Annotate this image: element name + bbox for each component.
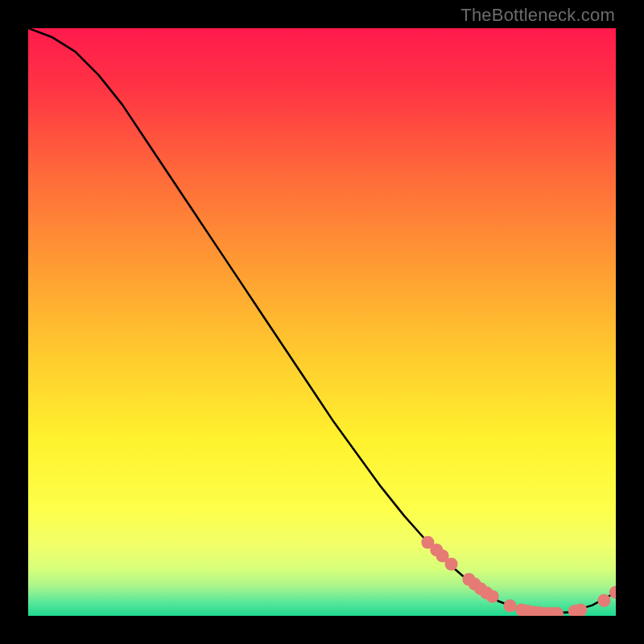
curve-marker xyxy=(486,590,499,603)
watermark-text: TheBottleneck.com xyxy=(460,5,615,26)
curve-line xyxy=(28,28,616,613)
curve-marker xyxy=(609,586,616,599)
plot-area xyxy=(28,28,616,616)
bottleneck-curve xyxy=(28,28,616,616)
curve-marker xyxy=(504,600,517,613)
curve-marker xyxy=(445,558,458,571)
curve-markers xyxy=(421,536,616,616)
curve-marker xyxy=(597,594,610,607)
curve-marker xyxy=(574,604,587,616)
